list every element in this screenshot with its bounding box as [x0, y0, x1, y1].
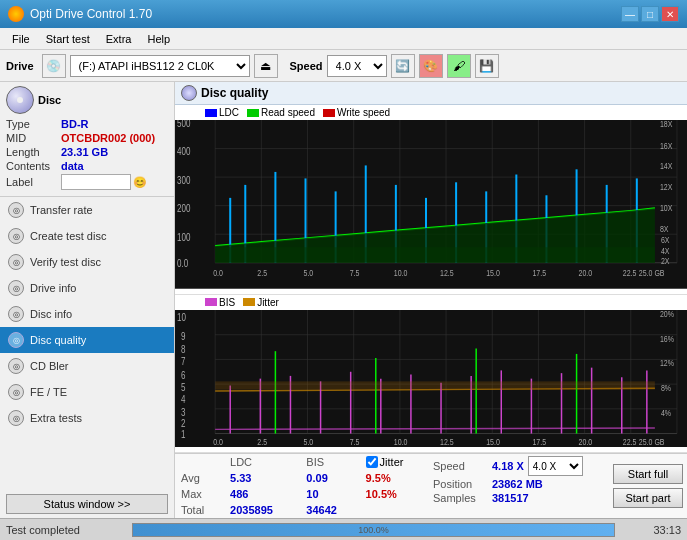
nav-label-transfer-rate: Transfer rate: [30, 204, 93, 216]
nav-item-extra-tests[interactable]: ◎ Extra tests: [0, 405, 174, 431]
palette-icon[interactable]: 🖌: [447, 54, 471, 78]
nav-item-create-test-disc[interactable]: ◎ Create test disc: [0, 223, 174, 249]
legend-read-speed: Read speed: [247, 107, 315, 118]
legend-write-speed: Write speed: [323, 107, 390, 118]
svg-text:0.0: 0.0: [177, 258, 188, 269]
svg-text:6X: 6X: [661, 235, 670, 245]
svg-text:5.0: 5.0: [304, 268, 314, 278]
chart2-svg: 10 9 8 7 6 5 4 3 2 1 20% 16% 12% 8% 4%: [175, 310, 687, 447]
maximize-button[interactable]: □: [641, 6, 659, 22]
svg-text:300: 300: [177, 175, 190, 186]
status-text: Test completed: [6, 524, 126, 536]
svg-text:4%: 4%: [661, 406, 672, 417]
legend-bis-label: BIS: [219, 297, 235, 308]
disc-header: Disc: [38, 94, 61, 106]
chart1-svg: 500 400 300 200 100 0.0 18X 16X 14X 12X …: [175, 120, 687, 289]
speed-stat-label: Speed: [433, 460, 488, 472]
svg-text:25.0 GB: 25.0 GB: [639, 435, 665, 446]
legend-bis: BIS: [205, 297, 235, 308]
jitter-checkbox[interactable]: [366, 456, 378, 468]
legend-write-speed-label: Write speed: [337, 107, 390, 118]
col-header-ldc: LDC: [224, 454, 300, 470]
toolbar: Drive 💿 (F:) ATAPI iHBS112 2 CL0K ⏏ Spee…: [0, 50, 687, 82]
disc-type-value: BD-R: [61, 118, 89, 130]
svg-rect-3: [175, 120, 687, 289]
drive-icon: 💿: [42, 54, 66, 78]
menu-extra[interactable]: Extra: [98, 31, 140, 47]
action-buttons: Start full Start part: [609, 454, 687, 518]
nav-item-fe-te[interactable]: ◎ FE / TE: [0, 379, 174, 405]
nav-item-cd-bler[interactable]: ◎ CD Bler: [0, 353, 174, 379]
nav-item-disc-info[interactable]: ◎ Disc info: [0, 301, 174, 327]
disc-label-input[interactable]: [61, 174, 131, 190]
nav-item-drive-info[interactable]: ◎ Drive info: [0, 275, 174, 301]
svg-text:2.5: 2.5: [257, 435, 267, 446]
svg-text:12.5: 12.5: [440, 268, 454, 278]
window-title: Opti Drive Control 1.70: [30, 7, 152, 21]
progress-bar-container: 100.0%: [132, 523, 615, 537]
menu-file[interactable]: File: [4, 31, 38, 47]
svg-text:20.0: 20.0: [579, 435, 593, 446]
menu-help[interactable]: Help: [139, 31, 178, 47]
svg-text:0.0: 0.0: [213, 435, 223, 446]
max-jitter: 10.5%: [360, 486, 429, 502]
chart1-wrapper: LDC Read speed Write speed: [175, 105, 687, 295]
nav-item-transfer-rate[interactable]: ◎ Transfer rate: [0, 197, 174, 223]
color-icon[interactable]: 🎨: [419, 54, 443, 78]
label-smiley-icon[interactable]: 😊: [133, 176, 147, 189]
total-label: Total: [175, 502, 224, 518]
svg-text:2X: 2X: [661, 256, 670, 266]
speed-row: Speed 4.18 X 4.0 X 1.0 X 2.0 X: [433, 456, 605, 476]
samples-row: Samples 381517: [433, 492, 605, 504]
stats-table: LDC BIS Jitter Avg 5.33 0.09 9.5%: [175, 454, 429, 518]
svg-text:10: 10: [177, 310, 186, 323]
start-part-button[interactable]: Start part: [613, 488, 683, 508]
svg-text:100: 100: [177, 232, 190, 243]
svg-text:15.0: 15.0: [486, 435, 500, 446]
eject-icon[interactable]: ⏏: [254, 54, 278, 78]
nav-label-fe-te: FE / TE: [30, 386, 67, 398]
speed-stat-select[interactable]: 4.0 X 1.0 X 2.0 X: [528, 456, 583, 476]
speed-select[interactable]: 4.0 X 1.0 X 2.0 X 8.0 X: [327, 55, 387, 77]
title-bar-buttons: — □ ✕: [621, 6, 679, 22]
svg-text:20%: 20%: [660, 310, 674, 319]
avg-label: Avg: [175, 470, 224, 486]
status-window-button[interactable]: Status window >>: [6, 494, 168, 514]
svg-text:7.5: 7.5: [350, 435, 360, 446]
svg-text:7.5: 7.5: [350, 268, 360, 278]
close-button[interactable]: ✕: [661, 6, 679, 22]
svg-text:16X: 16X: [660, 141, 673, 151]
total-bis: 34642: [300, 502, 359, 518]
chart1-legend: LDC Read speed Write speed: [175, 105, 687, 120]
refresh-icon[interactable]: 🔄: [391, 54, 415, 78]
disc-length-value: 23.31 GB: [61, 146, 108, 158]
stats-row: LDC BIS Jitter Avg 5.33 0.09 9.5%: [175, 453, 687, 518]
svg-text:20.0: 20.0: [579, 268, 593, 278]
disc-length-label: Length: [6, 146, 61, 158]
drive-label: Drive: [6, 60, 34, 72]
legend-ldc-label: LDC: [219, 107, 239, 118]
nav-item-verify-test-disc[interactable]: ◎ Verify test disc: [0, 249, 174, 275]
start-full-button[interactable]: Start full: [613, 464, 683, 484]
save-icon[interactable]: 💾: [475, 54, 499, 78]
status-bar: Test completed 100.0% 33:13: [0, 518, 687, 540]
svg-rect-63: [205, 298, 217, 306]
drive-info-icon: ◎: [8, 280, 24, 296]
title-bar-left: Opti Drive Control 1.70: [8, 6, 152, 22]
menu-start-test[interactable]: Start test: [38, 31, 98, 47]
svg-text:12X: 12X: [660, 182, 673, 192]
minimize-button[interactable]: —: [621, 6, 639, 22]
nav-item-disc-quality[interactable]: ◎ Disc quality: [0, 327, 174, 353]
samples-label: Samples: [433, 492, 488, 504]
nav-label-cd-bler: CD Bler: [30, 360, 69, 372]
drive-select[interactable]: (F:) ATAPI iHBS112 2 CL0K: [70, 55, 250, 77]
create-test-disc-icon: ◎: [8, 228, 24, 244]
sidebar: Disc Type BD-R MID OTCBDR002 (000) Lengt…: [0, 82, 175, 518]
svg-rect-2: [323, 109, 335, 117]
disc-type-row: Type BD-R: [6, 118, 168, 130]
svg-text:17.5: 17.5: [532, 268, 546, 278]
legend-jitter-label: Jitter: [257, 297, 279, 308]
svg-text:10.0: 10.0: [394, 268, 408, 278]
svg-text:10.0: 10.0: [394, 435, 408, 446]
legend-jitter: Jitter: [243, 297, 279, 308]
